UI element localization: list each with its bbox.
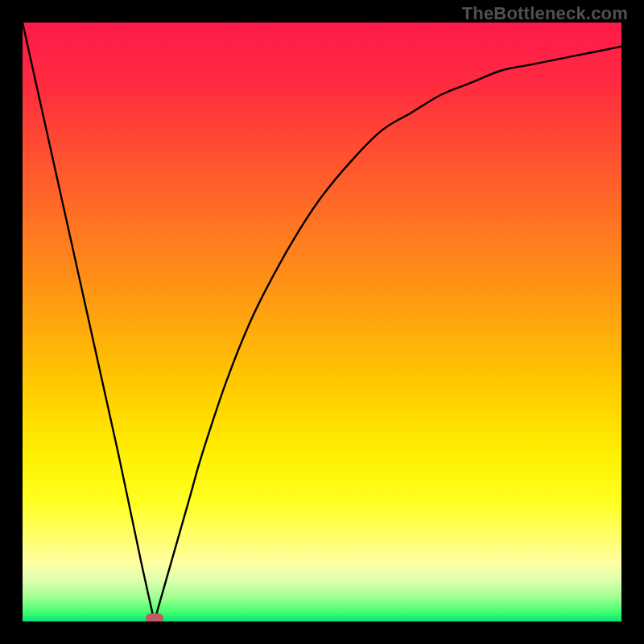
bottleneck-curve: [23, 23, 621, 621]
min-marker: [146, 613, 163, 621]
chart-frame: TheBottleneck.com: [0, 0, 644, 644]
watermark-text: TheBottleneck.com: [462, 3, 628, 24]
plot-area: [23, 23, 621, 621]
